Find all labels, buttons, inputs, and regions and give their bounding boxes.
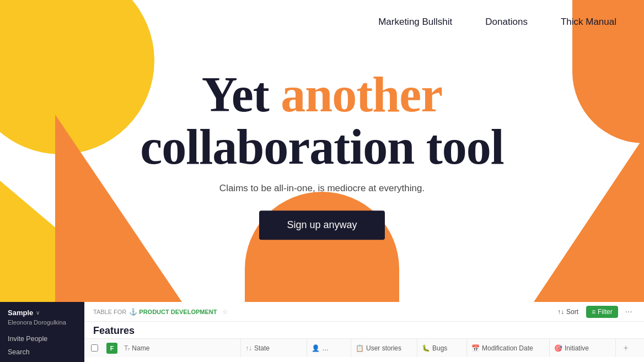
chevron-down-icon: ∨ (36, 310, 40, 316)
col-header-state[interactable]: ↑↓ State (241, 339, 307, 357)
col-modification-label: Modification Date (482, 344, 533, 352)
nav-manual[interactable]: Thick Manual (561, 17, 616, 28)
filter-label: Filter (598, 308, 613, 316)
col-header-initiative[interactable]: 🎯 Initiative (550, 339, 616, 357)
table-for-text: TABLE FOR (93, 309, 126, 315)
col-state-label: State (254, 344, 270, 352)
main-content: TABLE FOR ⚓ PRODUCT DEVELOPMENT ☆ ↑↓ Sor… (84, 302, 644, 362)
sort-icon: ↑↓ (557, 308, 564, 316)
more-options-button[interactable]: ··· (622, 306, 635, 318)
col-checkbox[interactable] (84, 344, 104, 352)
sidebar: Sample ∨ Eleonora Dorogulkina Invite Peo… (0, 302, 84, 362)
users-col-icon: 👤 (312, 344, 320, 352)
sidebar-item-search[interactable]: Search (8, 345, 77, 359)
nav-donations[interactable]: Donations (485, 17, 528, 28)
col-initiative-label: Initiative (565, 344, 589, 352)
col-f-badge: F (104, 343, 120, 354)
project-name: PRODUCT DEVELOPMENT (139, 309, 217, 315)
anchor-icon: ⚓ (129, 308, 137, 316)
col-header-user-stories[interactable]: 📋 User stories (351, 339, 417, 357)
workspace-name: Sample (8, 309, 33, 317)
table-header-bar: TABLE FOR ⚓ PRODUCT DEVELOPMENT ☆ ↑↓ Sor… (84, 302, 644, 322)
app-section: Sample ∨ Eleonora Dorogulkina Invite Peo… (0, 302, 644, 362)
sidebar-user: Eleonora Dorogulkina (8, 319, 77, 326)
col-header-bugs[interactable]: 🐛 Bugs (417, 339, 467, 357)
filter-button[interactable]: ≡ Filter (586, 306, 618, 318)
table-for-label: TABLE FOR ⚓ PRODUCT DEVELOPMENT ☆ (93, 308, 228, 316)
sidebar-item-invite[interactable]: Invite People (8, 332, 77, 345)
col-header-modification[interactable]: 📅 Modification Date (467, 339, 550, 357)
table-title-row: Features (84, 322, 644, 338)
sidebar-workspace[interactable]: Sample ∨ (8, 309, 77, 317)
star-icon[interactable]: ☆ (222, 308, 228, 316)
hero-section: Marketing Bullshit Donations Thick Manua… (0, 0, 644, 302)
select-all-checkbox[interactable] (91, 344, 98, 352)
sort-button[interactable]: ↑↓ Sort (554, 306, 582, 317)
modification-col-icon: 📅 (471, 344, 480, 352)
name-col-icon: Tᵣ (124, 344, 130, 352)
col-header-users[interactable]: 👤 … (307, 339, 351, 357)
col-name-label: Name (132, 344, 149, 352)
table-columns: F Tᵣ Name ↑↓ State 👤 … 📋 User stories 🐛 … (84, 338, 644, 357)
hero-subtitle: Claims to be all-in-one, is mediocre at … (115, 183, 529, 194)
product-dev-link[interactable]: ⚓ PRODUCT DEVELOPMENT (129, 308, 217, 316)
shape-orange-triangle-right (534, 137, 644, 302)
hero-title-line1: Yet another (202, 67, 442, 122)
col-bugs-label: Bugs (432, 344, 447, 352)
bugs-col-icon: 🐛 (422, 344, 430, 352)
hero-title-line2: collaboration tool (140, 120, 503, 174)
hero-title: Yet another collaboration tool (115, 69, 529, 173)
col-add-button[interactable]: + (616, 343, 636, 353)
hero-content: Yet another collaboration tool Claims to… (115, 69, 529, 240)
cta-button[interactable]: Sign up anyway (259, 210, 384, 240)
col-users-label: … (322, 344, 329, 352)
user-stories-col-icon: 📋 (356, 344, 364, 352)
table-title: Features (93, 325, 135, 337)
col-user-stories-label: User stories (366, 344, 401, 352)
nav-marketing[interactable]: Marketing Bullshit (378, 17, 452, 28)
sort-label: Sort (566, 308, 578, 316)
col-header-name[interactable]: Tᵣ Name (120, 339, 241, 357)
navigation: Marketing Bullshit Donations Thick Manua… (0, 0, 644, 28)
initiative-col-icon: 🎯 (554, 344, 562, 352)
features-badge: F (106, 343, 117, 354)
header-actions: ↑↓ Sort ≡ Filter ··· (554, 306, 635, 318)
state-col-icon: ↑↓ (245, 344, 252, 352)
filter-icon: ≡ (592, 308, 595, 316)
